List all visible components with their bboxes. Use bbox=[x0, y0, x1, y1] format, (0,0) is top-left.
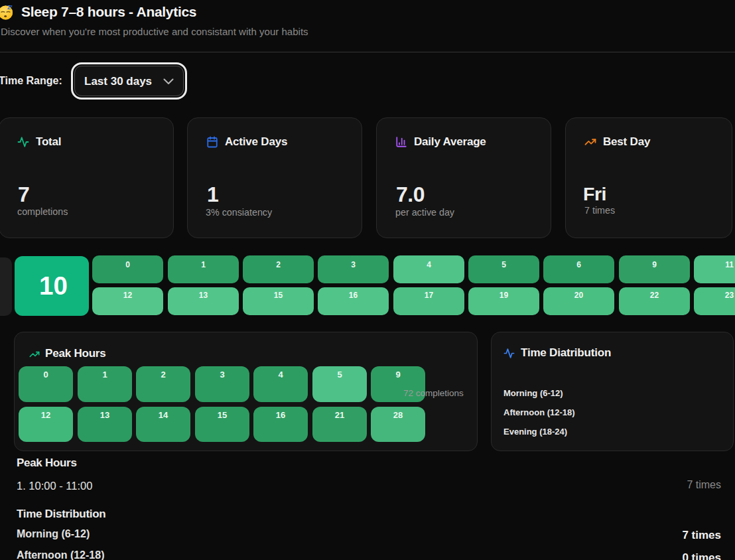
svg-text:z: z bbox=[11, 5, 13, 8]
